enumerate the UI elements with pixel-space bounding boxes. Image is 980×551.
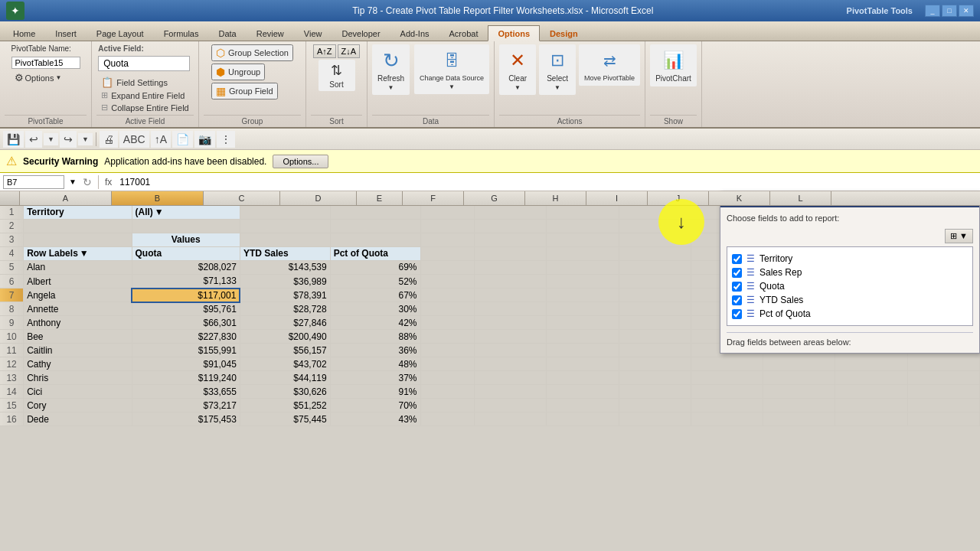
- cell-e16[interactable]: [420, 412, 475, 426]
- col-header-c[interactable]: C: [204, 191, 280, 205]
- cell-a13[interactable]: Chris: [24, 371, 132, 385]
- tab-developer[interactable]: Developer: [332, 25, 390, 41]
- active-field-input[interactable]: [98, 56, 190, 71]
- cell-d16[interactable]: 43%: [330, 412, 420, 426]
- cell-c5[interactable]: $143,539: [240, 261, 330, 275]
- tab-home[interactable]: Home: [3, 25, 45, 41]
- cell-b14[interactable]: $33,655: [132, 385, 240, 399]
- cell-e15[interactable]: [420, 399, 475, 412]
- cell-c8[interactable]: $28,728: [240, 302, 330, 316]
- refresh-button[interactable]: ↻ Refresh ▼: [372, 44, 410, 95]
- cell-j12[interactable]: [763, 357, 835, 371]
- cell-d5[interactable]: 69%: [330, 261, 420, 275]
- cell-e14[interactable]: [420, 385, 475, 399]
- cell-e10[interactable]: [420, 330, 475, 344]
- cell-h14[interactable]: [619, 385, 691, 399]
- cell-b7[interactable]: $117,001: [132, 289, 240, 302]
- cell-b12[interactable]: $91,045: [132, 357, 240, 371]
- cell-b6[interactable]: $71,133: [132, 275, 240, 289]
- cell-d3[interactable]: [330, 233, 420, 246]
- tab-page-layout[interactable]: Page Layout: [87, 25, 154, 41]
- cell-l14[interactable]: [907, 385, 979, 399]
- col-header-l[interactable]: L: [770, 191, 831, 205]
- cell-c6[interactable]: $36,989: [240, 275, 330, 289]
- cell-c4[interactable]: YTD Sales: [240, 246, 330, 260]
- cell-b3[interactable]: Values: [132, 233, 240, 246]
- cell-h15[interactable]: [619, 399, 691, 412]
- field-checkbox-territory[interactable]: [732, 254, 742, 264]
- cell-g1[interactable]: [547, 205, 619, 219]
- cell-e1[interactable]: [420, 205, 475, 219]
- cell-e13[interactable]: [420, 371, 475, 385]
- cell-k16[interactable]: [835, 412, 907, 426]
- pivotchart-button[interactable]: 📊 PivotChart: [650, 44, 697, 86]
- tab-formulas[interactable]: Formulas: [154, 25, 209, 41]
- cell-b2[interactable]: [132, 219, 240, 233]
- security-options-button[interactable]: Options...: [273, 155, 328, 168]
- cell-g5[interactable]: [547, 261, 619, 275]
- cell-f15[interactable]: [475, 399, 547, 412]
- cell-reference-input[interactable]: [3, 175, 64, 189]
- cell-h8[interactable]: [619, 302, 691, 316]
- collapse-entire-field-button[interactable]: ⊟ Collapse Entire Field: [98, 102, 192, 113]
- cell-b10[interactable]: $227,830: [132, 330, 240, 344]
- cell-a4[interactable]: Row Labels ▼: [24, 246, 132, 260]
- col-header-b[interactable]: B: [112, 191, 204, 205]
- cell-e6[interactable]: [420, 275, 475, 289]
- camera-button[interactable]: 📷: [194, 131, 215, 148]
- cell-d11[interactable]: 36%: [330, 344, 420, 357]
- row-labels-filter-button[interactable]: ▼: [80, 248, 89, 259]
- cell-d12[interactable]: 48%: [330, 357, 420, 371]
- format-button[interactable]: 📄: [172, 131, 193, 148]
- cell-d13[interactable]: 37%: [330, 371, 420, 385]
- cell-l13[interactable]: [907, 371, 979, 385]
- cell-b1[interactable]: (All) ▼: [132, 205, 240, 219]
- cell-f5[interactable]: [475, 261, 547, 275]
- cell-k15[interactable]: [835, 399, 907, 412]
- cell-d14[interactable]: 91%: [330, 385, 420, 399]
- pivottable-options-button[interactable]: ⚙ Options ▼: [11, 71, 65, 84]
- cell-i15[interactable]: [691, 399, 763, 412]
- close-button[interactable]: ✕: [959, 5, 974, 17]
- tab-review[interactable]: Review: [247, 25, 294, 41]
- cell-c15[interactable]: $51,252: [240, 399, 330, 412]
- cell-h7[interactable]: [619, 289, 691, 302]
- spelling-button[interactable]: ABC: [119, 131, 149, 148]
- group-selection-button[interactable]: ⬡ Group Selection: [211, 44, 293, 61]
- tab-view[interactable]: View: [294, 25, 332, 41]
- redo-button[interactable]: ↪: [60, 131, 77, 148]
- cell-f7[interactable]: [475, 289, 547, 302]
- col-header-g[interactable]: G: [464, 191, 525, 205]
- cell-g6[interactable]: [547, 275, 619, 289]
- move-pivottable-button[interactable]: ⇄ Move PivotTable: [579, 44, 640, 86]
- cell-k13[interactable]: [835, 371, 907, 385]
- cell-g7[interactable]: [547, 289, 619, 302]
- cell-a10[interactable]: Bee: [24, 330, 132, 344]
- tab-data[interactable]: Data: [208, 25, 246, 41]
- col-header-h[interactable]: H: [525, 191, 586, 205]
- field-checkbox-pct-of-quota[interactable]: [732, 309, 742, 319]
- cell-d7[interactable]: 67%: [330, 289, 420, 302]
- tab-design[interactable]: Design: [540, 25, 588, 41]
- cell-h1[interactable]: [619, 205, 691, 219]
- print-preview-button[interactable]: 🖨: [100, 131, 118, 148]
- cell-c9[interactable]: $27,846: [240, 316, 330, 330]
- cell-b4[interactable]: Quota: [132, 246, 240, 260]
- cell-a2[interactable]: [24, 219, 132, 233]
- undo-dropdown[interactable]: ▼: [44, 133, 58, 145]
- cell-c11[interactable]: $56,157: [240, 344, 330, 357]
- cell-g14[interactable]: [547, 385, 619, 399]
- cell-h5[interactable]: [619, 261, 691, 275]
- cell-h2[interactable]: [619, 219, 691, 233]
- cell-d10[interactable]: 88%: [330, 330, 420, 344]
- cell-c14[interactable]: $30,626: [240, 385, 330, 399]
- cell-c12[interactable]: $43,702: [240, 357, 330, 371]
- cell-c2[interactable]: [240, 219, 330, 233]
- cell-f3[interactable]: [475, 233, 547, 246]
- tab-add-ins[interactable]: Add-Ins: [390, 25, 439, 41]
- redo-dropdown[interactable]: ▼: [78, 133, 93, 145]
- cell-g4[interactable]: [547, 246, 619, 260]
- cell-k14[interactable]: [835, 385, 907, 399]
- cell-f1[interactable]: [475, 205, 547, 219]
- cell-e5[interactable]: [420, 261, 475, 275]
